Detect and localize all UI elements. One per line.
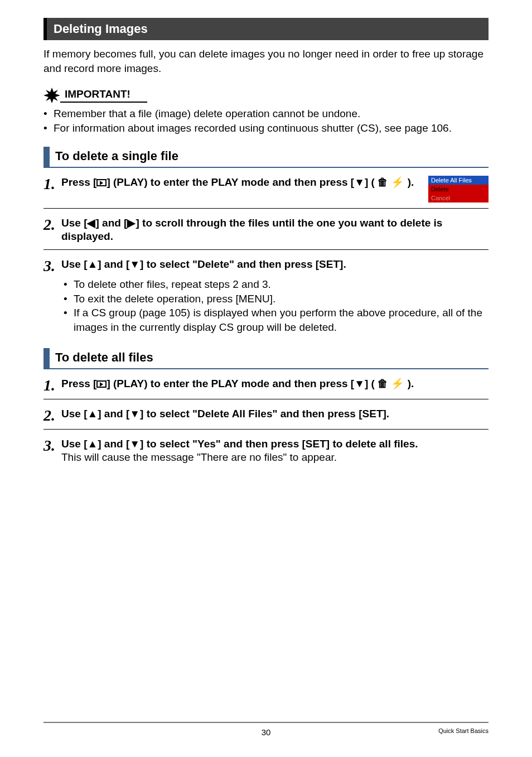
step-number: 3. — [43, 437, 61, 454]
delete-menu-thumbnail: Delete All Files Delete Cancel — [428, 176, 489, 202]
step-number: 1. — [43, 176, 61, 192]
sub-bullet: To exit the delete operation, press [MEN… — [74, 292, 275, 306]
sub-bullet: To delete other files, repeat steps 2 an… — [74, 277, 271, 292]
play-icon — [96, 179, 107, 186]
intro-text: If memory becomes full, you can delete i… — [43, 47, 489, 75]
divider — [43, 249, 489, 250]
thumb-row: Delete — [428, 185, 489, 194]
step-text: Use [◀] and [▶] to scroll through the fi… — [61, 216, 489, 244]
step: 1. Press [] (PLAY) to enter the PLAY mod… — [43, 377, 489, 393]
page-footer: 30 Quick Start Basics — [43, 722, 489, 737]
page-number: 30 — [43, 727, 489, 737]
subheading: To delete a single file — [43, 147, 489, 168]
important-item: Remember that a file (image) delete oper… — [54, 107, 360, 121]
section-title: Deleting Images — [54, 22, 148, 36]
step: Delete All Files Delete Cancel 1. Press … — [43, 176, 489, 202]
step: 2. Use [▲] and [▼] to select "Delete All… — [43, 407, 489, 423]
divider — [43, 429, 489, 430]
step-number: 1. — [43, 377, 61, 393]
step: 3. Use [▲] and [▼] to select "Yes" and t… — [43, 437, 489, 465]
important-item: For information about images recorded us… — [54, 121, 452, 136]
step-text: Use [▲] and [▼] to select "Yes" and then… — [61, 437, 489, 465]
step-subbullets: •To delete other files, repeat steps 2 a… — [43, 277, 489, 335]
important-label: IMPORTANT! — [60, 88, 147, 103]
important-block: IMPORTANT! — [43, 88, 489, 103]
subheading: To delete all files — [43, 348, 489, 369]
step-note: This will cause the message "There are n… — [61, 451, 337, 463]
thumb-row: Cancel — [428, 194, 489, 202]
burst-icon — [43, 88, 60, 103]
svg-marker-0 — [43, 88, 60, 103]
subhead-bar — [43, 147, 50, 167]
section-header: Deleting Images — [43, 18, 489, 40]
thumb-row: Delete All Files — [428, 176, 489, 185]
subhead-label: To delete all files — [55, 348, 153, 368]
step-text: Press [] (PLAY) to enter the PLAY mode a… — [61, 176, 424, 190]
footer-label: Quick Start Basics — [438, 727, 489, 734]
subhead-label: To delete a single file — [55, 147, 178, 167]
step: 3. Use [▲] and [▼] to select "Delete" an… — [43, 258, 489, 335]
step-number: 2. — [43, 216, 61, 233]
important-bullets: •Remember that a file (image) delete ope… — [43, 107, 489, 135]
step-text: Use [▲] and [▼] to select "Delete All Fi… — [61, 407, 489, 421]
step: 2. Use [◀] and [▶] to scroll through the… — [43, 216, 489, 244]
divider — [43, 399, 489, 399]
play-icon — [96, 380, 107, 388]
step-text: Use [▲] and [▼] to select "Delete" and t… — [61, 258, 489, 272]
step-text: Press [] (PLAY) to enter the PLAY mode a… — [61, 377, 489, 391]
step-number: 3. — [43, 258, 61, 274]
sub-bullet: If a CS group (page 105) is displayed wh… — [74, 306, 489, 334]
divider — [43, 208, 489, 209]
subhead-bar — [43, 348, 50, 368]
step-number: 2. — [43, 407, 61, 423]
